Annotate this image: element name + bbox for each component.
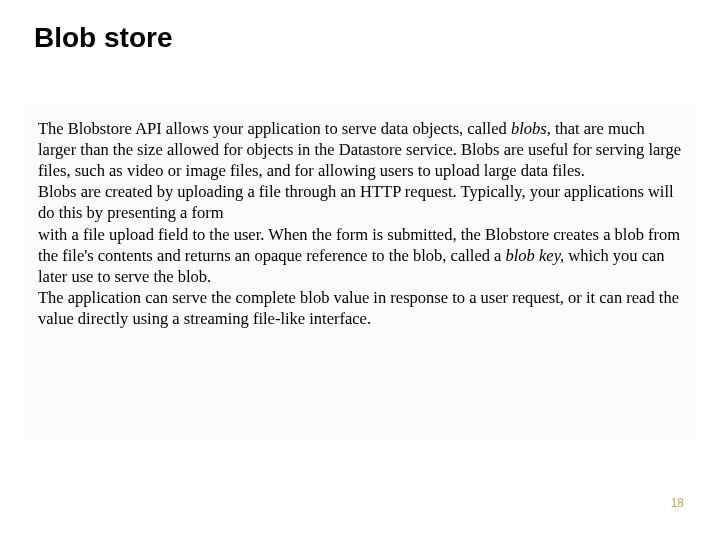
slide: Blob store The Blobstore API allows your… [0,0,720,540]
paragraph-2: Blobs are created by uploading a file th… [38,181,682,223]
text-run: The Blobstore API allows your applicatio… [38,119,511,138]
paragraph-1: The Blobstore API allows your applicatio… [38,118,682,181]
italic-run-blob-key: blob key, [506,246,565,265]
paragraph-3: with a file upload field to the user. Wh… [38,224,682,287]
body-text-box: The Blobstore API allows your applicatio… [24,104,696,440]
slide-title: Blob store [34,22,172,54]
italic-run-blobs: blobs, [511,119,551,138]
paragraph-4: The application can serve the complete b… [38,287,682,329]
page-number: 18 [671,496,684,510]
